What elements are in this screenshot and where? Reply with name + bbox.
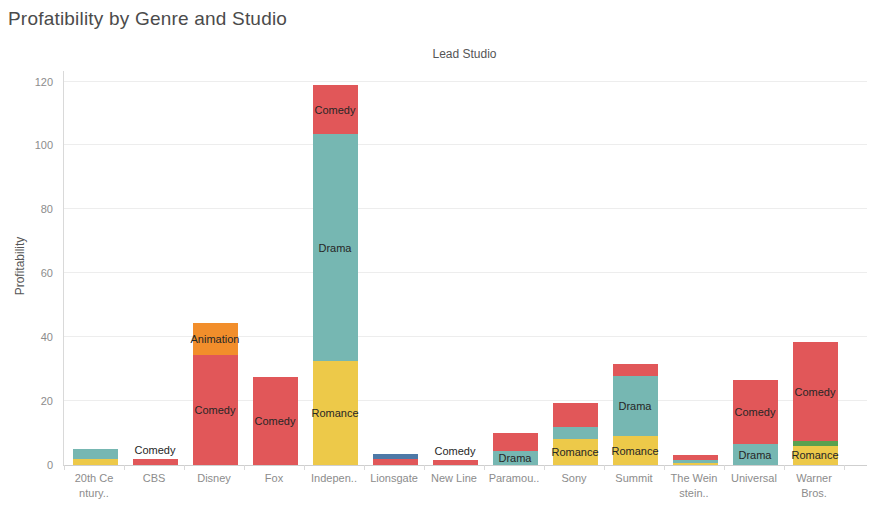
x-axis-title: Lead Studio <box>63 47 866 61</box>
y-axis-tick-label: 120 <box>13 75 53 89</box>
segment-label: Comedy <box>110 444 200 457</box>
x-axis-label: Paramou.. <box>483 471 545 486</box>
x-axis-label: Sony <box>543 471 605 486</box>
bar-segment-warner-bros--green[interactable] <box>793 441 838 446</box>
bar-segment-sony-romance[interactable] <box>553 439 598 465</box>
gridline <box>64 272 867 273</box>
gridline <box>64 144 867 145</box>
bar-segment-fox-comedy[interactable] <box>253 377 298 465</box>
bar-segment-summit-comedy[interactable] <box>613 364 658 375</box>
bar-segment-indepen--comedy[interactable] <box>313 85 358 135</box>
x-axis-tick-mark <box>784 465 785 470</box>
bar-segment-the-weinstein--comedy[interactable] <box>673 455 718 460</box>
bar-segment-sony-comedy[interactable] <box>553 403 598 427</box>
x-axis-tick-mark <box>124 465 125 470</box>
gridline <box>64 336 867 337</box>
y-axis-tick-label: 0 <box>13 458 53 472</box>
bar-segment-warner-bros--comedy[interactable] <box>793 342 838 441</box>
x-axis-tick-mark <box>664 465 665 470</box>
y-axis-tick-label: 100 <box>13 138 53 152</box>
x-axis-tick-mark <box>424 465 425 470</box>
x-axis-tick-mark <box>544 465 545 470</box>
y-axis-tick-label: 60 <box>13 266 53 280</box>
x-axis-label: CBS <box>123 471 185 486</box>
plot-area: ComedyComedyAnimationComedyRomanceDramaC… <box>63 71 867 466</box>
bar-segment-summit-drama[interactable] <box>613 376 658 437</box>
x-axis-label: Fox <box>243 471 305 486</box>
x-axis-tick-mark <box>184 465 185 470</box>
x-axis-label: Lionsgate <box>363 471 425 486</box>
y-axis-tick-label: 20 <box>13 394 53 408</box>
x-axis-tick-mark <box>604 465 605 470</box>
y-axis-tick-label: 40 <box>13 330 53 344</box>
bar-segment-universal-drama[interactable] <box>733 444 778 465</box>
bar-segment-sony-drama[interactable] <box>553 427 598 440</box>
bar-segment-lionsgate-comedy[interactable] <box>373 459 418 465</box>
x-axis-label: 20th Ce ntury.. <box>63 471 125 501</box>
bar-segment-new-line-comedy[interactable] <box>433 460 478 465</box>
bar-segment-warner-bros--romance[interactable] <box>793 446 838 465</box>
bar-segment-disney-animation[interactable] <box>193 323 238 355</box>
segment-label: Comedy <box>410 445 500 458</box>
x-axis-tick-mark <box>64 465 65 470</box>
x-axis-label: Warner Bros. <box>783 471 845 501</box>
bar-segment-summit-romance[interactable] <box>613 436 658 465</box>
x-axis-tick-mark <box>364 465 365 470</box>
x-axis-label: The Wein stein.. <box>663 471 725 501</box>
bar-segment-cbs-comedy[interactable] <box>133 459 178 465</box>
x-axis-label: Disney <box>183 471 245 486</box>
x-axis-label: Summit <box>603 471 665 486</box>
bar-segment-lionsgate-blue[interactable] <box>373 454 418 459</box>
bar-segment-disney-comedy[interactable] <box>193 355 238 465</box>
x-axis-tick-mark <box>724 465 725 470</box>
bar-segment-indepen--romance[interactable] <box>313 361 358 465</box>
x-axis-tick-mark <box>484 465 485 470</box>
chart-title: Profatibility by Genre and Studio <box>8 8 287 30</box>
bar-segment-paramou--drama[interactable] <box>493 451 538 465</box>
bar-segment-20th-century--drama[interactable] <box>73 449 118 459</box>
x-axis-label: Universal <box>723 471 785 486</box>
bar-segment-the-weinstein--romance[interactable] <box>673 463 718 465</box>
bar-segment-paramou--comedy[interactable] <box>493 433 538 451</box>
x-axis-tick-mark <box>844 465 845 470</box>
x-axis-tick-mark <box>304 465 305 470</box>
gridline <box>64 81 867 82</box>
bar-segment-indepen--drama[interactable] <box>313 134 358 361</box>
tableau-worksheet: Profatibility by Genre and Studio Lead S… <box>0 0 874 511</box>
x-axis-tick-mark <box>244 465 245 470</box>
bar-segment-universal-comedy[interactable] <box>733 380 778 444</box>
x-axis-label: New Line <box>423 471 485 486</box>
bar-segment-20th-century--romance[interactable] <box>73 459 118 465</box>
bar-segment-the-weinstein--drama[interactable] <box>673 460 718 463</box>
y-axis-tick-label: 80 <box>13 202 53 216</box>
gridline <box>64 208 867 209</box>
x-axis-label: Indepen.. <box>303 471 365 486</box>
